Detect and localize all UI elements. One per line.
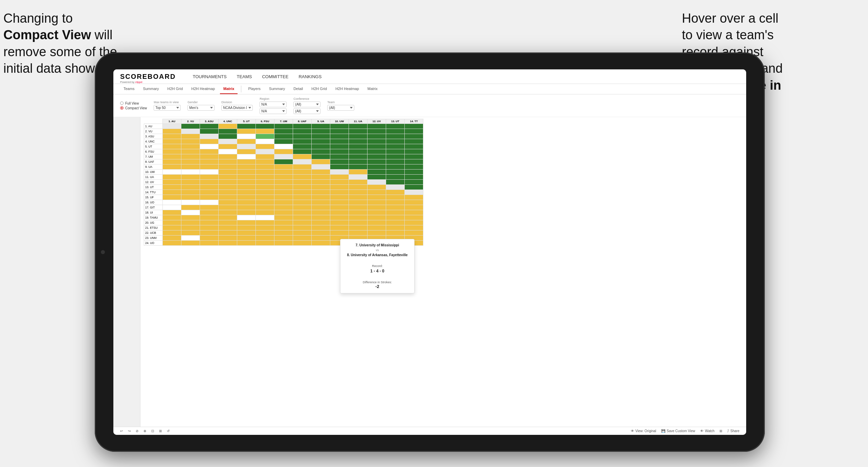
redo-btn[interactable]: ↪ [128,429,131,433]
tab-h2h-grid2[interactable]: H2H Grid [308,84,330,94]
annotation-right-line2: to view a team's [682,28,774,42]
nav-items: TOURNAMENTS TEAMS COMMITTEE RANKINGS [193,74,321,83]
table-row: 12. UV [144,180,423,185]
radio-compact-view[interactable]: Compact View [120,106,147,110]
scoreboard-logo: SCOREBOARD Powered by clippd [120,73,176,84]
table-row: 18. UI [144,210,423,215]
table-row: 4. UNC [144,139,423,144]
tab-players[interactable]: Players [245,84,264,94]
table-row: 15. UF [144,195,423,200]
filter-teams-select[interactable]: Top 50 [154,105,181,111]
filter-team-select[interactable]: (All) [327,105,354,111]
filter-division-label: Division [221,101,253,104]
filter-conference-select2[interactable]: (All) [293,108,320,114]
filter-teams-label: Max teams in view [154,101,181,104]
save-icon: 💾 [661,429,665,433]
annotation-left-line1: Changing to [3,11,73,25]
table-row: 13. UT [144,185,423,190]
tab-h2h-heatmap1[interactable]: H2H Heatmap [188,84,218,94]
filter-region-label: Region [260,97,287,101]
filter-team-label: Team [327,101,354,104]
tool-btn5[interactable]: ↺ [167,429,170,433]
annotation-left-line3: remove some of the [3,45,117,59]
layout-btn[interactable]: ⊞ [719,429,722,433]
matrix-table: 1. AU2. VU3. ASU4. UNC5. UT6. FSU7. UM8.… [144,119,423,246]
main-content: 1. AU2. VU3. ASU4. UNC5. UT6. FSU7. UM8.… [113,117,746,427]
share-icon: ⤴ [727,429,729,433]
filter-conference-label: Conference [293,97,320,101]
tooltip-record-label: Record: [346,264,409,268]
nav-teams[interactable]: TEAMS [237,74,252,83]
annotation-left-rest: will [91,28,112,42]
share-btn[interactable]: ⤴ Share [727,429,739,433]
view-original-btn[interactable]: 👁 View: Original [631,429,656,433]
filter-division-select[interactable]: NCAA Division I [221,105,253,111]
tooltip-box: 7. University of Mississippi vs 8. Unive… [340,239,415,293]
table-row: 1. AU [144,124,423,129]
table-row: 14. TTU [144,190,423,195]
undo-btn[interactable]: ↩ [120,429,123,433]
annotation-left-bold: Compact View [3,28,91,42]
filter-division: Division NCAA Division I [221,101,253,111]
tab-h2h-grid1[interactable]: H2H Grid [164,84,186,94]
nav-tournaments[interactable]: TOURNAMENTS [193,74,226,83]
tab-summary2[interactable]: Summary [266,84,288,94]
tab-summary1[interactable]: Summary [139,84,162,94]
tab-divider [241,86,241,92]
table-row: 20. UG [144,220,423,225]
filter-conference: Conference (All) (All) [293,97,320,114]
table-row: 5. UT [144,144,423,149]
tab-detail[interactable]: Detail [290,84,306,94]
table-row: 17. GIT [144,205,423,210]
tool-btn1[interactable]: ⊘ [136,429,138,433]
table-row: 19. TAMU [144,215,423,220]
tooltip-vs: vs [346,248,409,252]
filter-gender: Gender Men's [187,101,215,111]
tab-matrix1[interactable]: Matrix [220,84,238,94]
view-icon: 👁 [631,429,634,433]
table-row: 8. UAF [144,159,423,164]
scoreboard-nav: SCOREBOARD Powered by clippd TOURNAMENTS… [113,69,746,84]
logo-sub: Powered by clippd [120,81,176,84]
tablet-screen: SCOREBOARD Powered by clippd TOURNAMENTS… [113,69,746,435]
annotation-left-line4: initial data shown [3,61,102,75]
watch-btn[interactable]: 👁 Watch [700,429,714,433]
white-area: 1. AU2. VU3. ASU4. UNC5. UT6. FSU7. UM8.… [140,117,746,427]
filter-region: Region N/A N/A [260,97,287,114]
nav-committee[interactable]: COMMITTEE [262,74,288,83]
tablet-frame: SCOREBOARD Powered by clippd TOURNAMENTS… [95,52,765,452]
table-row: 16. UO [144,200,423,205]
table-row: 3. ASU [144,134,423,139]
tool-btn4[interactable]: ⊞ [159,429,162,433]
table-row: 10. UW [144,170,423,175]
watch-icon: 👁 [700,429,704,433]
sub-tabs: Teams Summary H2H Grid H2H Heatmap Matri… [113,84,746,94]
table-row: 6. FSU [144,149,423,154]
tab-matrix2[interactable]: Matrix [364,84,381,94]
table-row: 22. UCB [144,230,423,236]
tooltip-team2: 8. University of Arkansas, Fayetteville [346,253,409,257]
filter-gender-label: Gender [187,101,215,104]
view-radio-group: Full View Compact View [120,102,147,110]
radio-dot-compact [120,106,124,110]
tool-btn2[interactable]: ⊕ [143,429,146,433]
table-row: 11. UA [144,175,423,180]
table-row: 2. VU [144,129,423,134]
save-custom-btn[interactable]: 💾 Save Custom View [661,429,695,433]
table-row: 21. ETSU [144,225,423,230]
table-row: 7. UM [144,154,423,159]
filter-teams: Max teams in view Top 50 [154,101,181,111]
tool-btn3[interactable]: ⊡ [151,429,154,433]
nav-rankings[interactable]: RANKINGS [298,74,321,83]
filter-region-select2[interactable]: N/A [260,108,287,114]
tooltip-strokes-label: Difference in Strokes: [346,281,409,284]
tooltip-team1: 7. University of Mississippi [346,243,409,247]
filter-conference-select1[interactable]: (All) [293,102,320,107]
radio-full-view[interactable]: Full View [120,102,147,105]
tab-teams[interactable]: Teams [120,84,138,94]
tab-h2h-heatmap2[interactable]: H2H Heatmap [332,84,362,94]
table-row: 9. UA [144,164,423,170]
filter-gender-select[interactable]: Men's [187,105,215,111]
filter-region-select1[interactable]: N/A [260,102,287,107]
annotation-right-line1: Hover over a cell [682,11,778,25]
